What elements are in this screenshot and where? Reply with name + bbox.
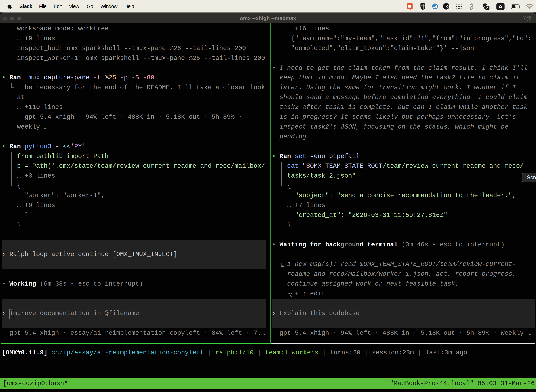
svg-text:1: 1 [531,16,533,21]
